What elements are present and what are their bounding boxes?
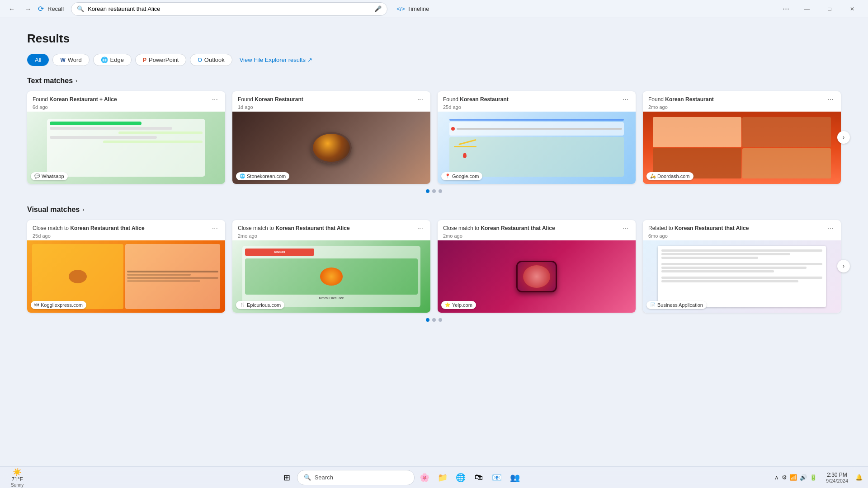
card-time: 1d ago <box>238 104 415 110</box>
text-match-card-2[interactable]: Found Korean Restaurant 1d ago ··· 🌐 <box>232 91 430 184</box>
card-title: Close match to Korean Restaurant that Al… <box>33 225 210 232</box>
timeline-button[interactable]: </> Timeline <box>396 5 429 12</box>
visual-matches-section: Visual matches › Close match to Korean R… <box>27 206 841 322</box>
powerpoint-icon: P <box>143 57 146 63</box>
store-button[interactable]: 🛍 <box>471 469 487 486</box>
card-title-area: Close match to Korean Restaurant that Al… <box>443 225 621 239</box>
search-input[interactable] <box>88 5 371 12</box>
taskbar-search-box[interactable]: 🔍 Search <box>297 470 415 485</box>
card-title: Close match to Korean Restaurant that Al… <box>238 225 415 232</box>
text-matches-header[interactable]: Text matches › <box>27 77 841 85</box>
search-icon: 🔍 <box>304 474 311 481</box>
text-match-card-3[interactable]: Found Korean Restaurant 25d ago ··· <box>438 91 636 184</box>
card-more-button[interactable]: ··· <box>621 96 630 103</box>
filter-tab-word[interactable]: W Word <box>52 54 89 66</box>
visual-matches-grid: Close match to Korean Restaurant that Al… <box>27 220 841 313</box>
card-more-button[interactable]: ··· <box>210 225 220 232</box>
weather-desc: Sunny <box>11 483 24 488</box>
settings-icon[interactable]: ⚙ <box>782 474 787 481</box>
text-matches-label: Text matches <box>27 77 73 85</box>
source-name: Whatsapp <box>42 174 64 179</box>
timeline-icon: </> <box>396 5 405 12</box>
visual-match-card-3[interactable]: Close match to Korean Restaurant that Al… <box>438 220 636 313</box>
source-badge: 💬 Whatsapp <box>31 172 68 180</box>
card-more-button[interactable]: ··· <box>415 96 425 103</box>
teams-button[interactable]: 👥 <box>507 469 523 486</box>
text-match-card-4[interactable]: Found Korean Restaurant 2mo ago ··· <box>643 91 841 184</box>
card-image: 📄 Business Application <box>643 240 841 313</box>
battery-icon[interactable]: 🔋 <box>810 474 817 481</box>
weather-icon: ☀️ <box>13 468 22 476</box>
visual-matches-label: Visual matches <box>27 206 80 214</box>
mic-icon[interactable]: 🎤 <box>374 5 382 12</box>
source-badge: 🛵 Doordash.com <box>646 172 693 180</box>
more-options-button[interactable]: ··· <box>779 2 793 15</box>
card-image: 💬 Whatsapp <box>27 112 225 184</box>
text-matches-next-arrow[interactable]: › <box>837 131 850 144</box>
text-match-card-1[interactable]: Found Korean Restaurant + Alice 6d ago ·… <box>27 91 225 184</box>
dot-1[interactable] <box>426 189 429 193</box>
titlebar-search-box[interactable]: 🔍 🎤 <box>71 2 387 16</box>
weather-widget[interactable]: ☀️ 71°F Sunny <box>5 468 29 488</box>
visual-match-card-2[interactable]: Close match to Korean Restaurant that Al… <box>232 220 430 313</box>
network-icon[interactable]: 📶 <box>790 474 797 481</box>
outlook-button[interactable]: 📧 <box>489 469 505 486</box>
visual-matches-chevron: › <box>82 206 84 213</box>
card-title-area: Related to Korean Restaurant that Alice … <box>648 225 826 239</box>
dot-2[interactable] <box>432 189 436 193</box>
text-matches-carousel: Found Korean Restaurant + Alice 6d ago ·… <box>27 91 841 184</box>
filter-tab-powerpoint[interactable]: P PowerPoint <box>135 54 187 66</box>
card-image: 🌐 Stonekorean.com <box>232 112 430 184</box>
back-button[interactable]: ← <box>5 3 18 15</box>
filter-tab-all[interactable]: All <box>27 54 49 66</box>
visual-match-card-1[interactable]: Close match to Korean Restaurant that Al… <box>27 220 225 313</box>
widgets-button[interactable]: 🌸 <box>416 469 433 486</box>
chevron-up-icon[interactable]: ∧ <box>774 474 779 481</box>
view-file-explorer-link[interactable]: View File Explorer results ↗ <box>240 56 312 63</box>
file-explorer-button[interactable]: 📁 <box>434 469 451 486</box>
card-more-button[interactable]: ··· <box>210 96 220 103</box>
card-image: ⭐ Yelp.com <box>438 240 636 313</box>
dot-3[interactable] <box>439 318 442 322</box>
forward-button[interactable]: → <box>22 3 34 15</box>
page-title: Results <box>27 32 841 46</box>
taskbar-left: ☀️ 71°F Sunny <box>5 468 31 488</box>
filter-tab-edge[interactable]: 🌐 Edge <box>93 54 132 66</box>
minimize-button[interactable]: — <box>797 2 817 16</box>
edge-button[interactable]: 🌐 <box>453 469 469 486</box>
card-title: Found Korean Restaurant <box>648 96 826 103</box>
card-image: 📍 Google.com <box>438 112 636 184</box>
source-name: Google.com <box>452 174 479 179</box>
start-button[interactable]: ⊞ <box>279 469 295 486</box>
source-name: Epicurious.com <box>247 302 281 308</box>
card-more-button[interactable]: ··· <box>826 96 835 103</box>
visual-matches-header[interactable]: Visual matches › <box>27 206 841 214</box>
close-button[interactable]: ✕ <box>842 2 863 16</box>
filter-tab-outlook[interactable]: O Outlook <box>190 54 232 66</box>
card-title: Found Korean Restaurant <box>443 96 621 103</box>
notification-icon[interactable]: 🔔 <box>855 474 863 481</box>
maximize-button[interactable]: □ <box>819 2 840 16</box>
system-clock[interactable]: 2:30 PM 9/24/2024 <box>822 472 852 483</box>
card-image: KIMCHI Kimchi Fried Rice 🍴 Epicurious.co… <box>232 240 430 313</box>
source-name: Business Application <box>657 302 703 308</box>
source-badge: 📄 Business Application <box>646 301 707 309</box>
source-badge: 🍴 Epicurious.com <box>236 301 284 309</box>
volume-icon[interactable]: 🔊 <box>800 474 807 481</box>
visual-match-card-4[interactable]: Related to Korean Restaurant that Alice … <box>643 220 841 313</box>
source-icon: ⭐ <box>445 302 450 307</box>
source-badge: 🍽 Koggiiexpress.com <box>31 301 86 309</box>
card-title: Close match to Korean Restaurant that Al… <box>443 225 621 232</box>
card-title-area: Found Korean Restaurant + Alice 6d ago <box>33 96 210 110</box>
card-more-button[interactable]: ··· <box>415 225 425 232</box>
card-time: 2mo ago <box>648 104 826 110</box>
card-header: Found Korean Restaurant 25d ago ··· <box>438 91 636 112</box>
card-more-button[interactable]: ··· <box>826 225 835 232</box>
dot-2[interactable] <box>432 318 436 322</box>
source-name: Yelp.com <box>452 302 472 308</box>
dot-1[interactable] <box>426 318 429 322</box>
visual-matches-next-arrow[interactable]: › <box>837 260 850 272</box>
dot-3[interactable] <box>439 189 442 193</box>
source-icon: 🌐 <box>240 174 245 178</box>
card-more-button[interactable]: ··· <box>621 225 630 232</box>
